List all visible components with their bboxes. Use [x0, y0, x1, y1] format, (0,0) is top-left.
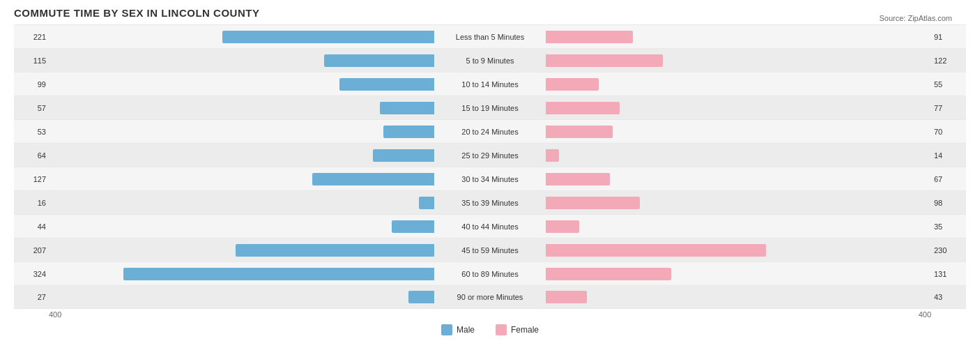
male-side	[49, 195, 434, 211]
table-row: 27 90 or more Minutes 43	[14, 285, 966, 309]
female-bar	[546, 126, 613, 138]
bars-container: 10 to 14 Minutes	[49, 75, 931, 94]
female-bar	[546, 54, 663, 67]
female-bar	[546, 268, 671, 280]
bars-container: 25 to 29 Minutes	[49, 146, 931, 165]
male-side	[49, 29, 434, 45]
male-bar	[236, 244, 434, 257]
female-value: 77	[931, 104, 966, 112]
chart-area: 221 Less than 5 Minutes 91 115 5 to 9 Mi…	[14, 24, 966, 309]
female-side	[546, 266, 931, 282]
row-label: 45 to 59 Minutes	[434, 246, 546, 255]
row-label: 10 to 14 Minutes	[434, 80, 546, 89]
male-bar	[339, 78, 434, 91]
female-bar	[546, 220, 579, 233]
row-label: 90 or more Minutes	[434, 293, 546, 301]
table-row: 99 10 to 14 Minutes 55	[14, 72, 966, 96]
chart-wrapper: COMMUTE TIME BY SEX IN LINCOLN COUNTY So…	[14, 7, 966, 335]
male-value: 115	[14, 56, 49, 65]
female-bar	[546, 102, 620, 114]
female-value: 131	[931, 270, 966, 278]
bars-container: 35 to 39 Minutes	[49, 193, 931, 213]
male-side	[49, 148, 434, 163]
male-bar	[380, 102, 434, 114]
table-row: 115 5 to 9 Minutes 122	[14, 48, 966, 72]
female-value: 55	[931, 80, 966, 89]
female-value: 14	[931, 151, 966, 160]
row-label: 60 to 89 Minutes	[434, 270, 546, 278]
female-bar	[546, 149, 559, 162]
male-value: 99	[14, 80, 49, 89]
bars-container: 15 to 19 Minutes	[49, 98, 931, 118]
male-bar	[383, 126, 434, 138]
table-row: 53 20 to 24 Minutes 70	[14, 119, 966, 143]
row-label: 5 to 9 Minutes	[434, 56, 546, 65]
male-side	[49, 266, 434, 282]
female-bar	[546, 197, 640, 209]
row-label: Less than 5 Minutes	[434, 33, 546, 41]
male-side	[49, 219, 434, 234]
female-value: 35	[931, 222, 966, 231]
legend-male-box	[441, 324, 452, 335]
male-value: 53	[14, 128, 49, 136]
bars-container: 20 to 24 Minutes	[49, 122, 931, 142]
female-side	[546, 77, 931, 92]
male-side	[49, 172, 434, 187]
row-label: 35 to 39 Minutes	[434, 199, 546, 207]
female-value: 43	[931, 293, 966, 301]
male-bar	[419, 197, 434, 209]
male-value: 44	[14, 222, 49, 231]
chart-title: COMMUTE TIME BY SEX IN LINCOLN COUNTY	[14, 7, 966, 19]
axis-left: 400	[49, 310, 61, 319]
table-row: 127 30 to 34 Minutes 67	[14, 167, 966, 190]
male-side	[49, 77, 434, 92]
legend: Male Female	[14, 324, 966, 335]
male-side	[49, 53, 434, 68]
male-side	[49, 100, 434, 116]
male-side	[49, 243, 434, 258]
male-bar	[373, 149, 434, 162]
row-label: 40 to 44 Minutes	[434, 222, 546, 231]
male-bar	[123, 268, 434, 280]
female-bar	[546, 78, 599, 91]
bars-container: 5 to 9 Minutes	[49, 51, 931, 70]
male-bar	[324, 54, 434, 67]
table-row: 64 25 to 29 Minutes 14	[14, 143, 966, 167]
male-value: 16	[14, 199, 49, 207]
bars-container: 45 to 59 Minutes	[49, 241, 931, 260]
female-side	[546, 172, 931, 187]
female-value: 70	[931, 128, 966, 136]
female-value: 122	[931, 56, 966, 65]
axis-right: 400	[919, 310, 931, 319]
male-bar	[408, 291, 434, 303]
legend-female-label: Female	[511, 325, 539, 335]
bars-container: 40 to 44 Minutes	[49, 217, 931, 236]
source-label: Source: ZipAtlas.com	[879, 14, 952, 22]
female-value: 91	[931, 33, 966, 41]
female-side	[546, 148, 931, 163]
legend-female: Female	[496, 324, 539, 335]
row-label: 15 to 19 Minutes	[434, 104, 546, 112]
bars-container: Less than 5 Minutes	[49, 27, 931, 47]
row-label: 30 to 34 Minutes	[434, 175, 546, 183]
male-value: 57	[14, 104, 49, 112]
female-side	[546, 100, 931, 116]
male-bar	[222, 31, 434, 43]
male-side	[49, 124, 434, 139]
male-value: 221	[14, 33, 49, 41]
male-bar	[392, 220, 434, 233]
legend-male: Male	[441, 324, 475, 335]
male-value: 27	[14, 293, 49, 301]
male-value: 127	[14, 175, 49, 183]
female-side	[546, 243, 931, 258]
table-row: 324 60 to 89 Minutes 131	[14, 261, 966, 285]
bars-container: 30 to 34 Minutes	[49, 169, 931, 189]
male-value: 324	[14, 270, 49, 278]
bars-container: 90 or more Minutes	[49, 287, 931, 307]
female-side	[546, 289, 931, 305]
table-row: 57 15 to 19 Minutes 77	[14, 96, 966, 119]
female-value: 98	[931, 199, 966, 207]
female-side	[546, 195, 931, 211]
table-row: 221 Less than 5 Minutes 91	[14, 24, 966, 48]
female-value: 67	[931, 175, 966, 183]
